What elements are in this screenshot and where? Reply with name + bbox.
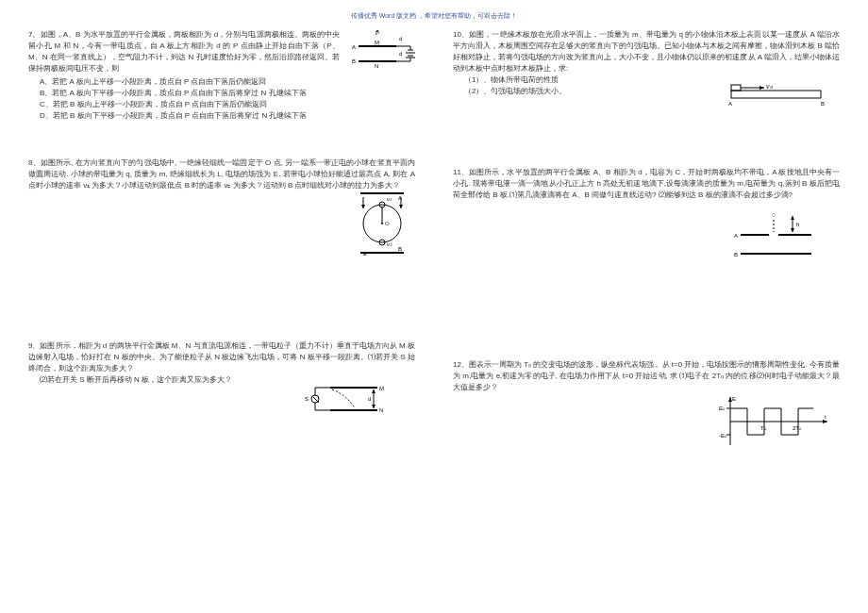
problem-10-text: 10、如图，一绝缘木板放在光滑水平面上，一质量为 m、带电量为 q 的小物体沿木… xyxy=(453,29,840,75)
fig9-M: M xyxy=(379,386,384,391)
fig-7-svg: P M N A B d d xyxy=(349,29,425,76)
problem-7-text: 7、如图，A、B 为水平放置的平行金属板，两板相距为 d，分别与电源两极相连。两… xyxy=(28,29,340,75)
svg-marker-31 xyxy=(372,389,376,393)
svg-marker-45 xyxy=(823,420,827,423)
fig9-d: d xyxy=(368,396,371,402)
fig10-A: A xyxy=(728,101,732,107)
problem-12-body: 图表示一周期为 T₀ 的交变电场的波形，纵坐标代表场强。从 t=0 开始，电场按… xyxy=(453,360,840,391)
problem-7-body: 如图，A、B 为水平放置的平行金属板，两板相距为 d，分别与电源两极相连。两板的… xyxy=(28,30,340,73)
fig-9-svg: S M N d xyxy=(300,382,387,420)
choice-7C: C、若把 B 板向上平移一小段距离，质点自 P 点自由下落后仍能返回 xyxy=(40,99,340,110)
svg-marker-43 xyxy=(791,228,794,232)
page-header: 传播优秀 Word 版文档 ，希望对您有帮助，可双击去除！ xyxy=(28,11,840,22)
fig9-S: S xyxy=(305,396,309,402)
problem-12-num: 12、 xyxy=(453,360,469,369)
fig11-h: h xyxy=(796,222,799,227)
fig12-E0: E₀ xyxy=(719,406,726,411)
problem-7-choices: A、若把 A 板向上平移一小段距离，质点自 P 点自由下落后仍能返回 B、若把 … xyxy=(40,76,340,122)
fig8-A: A xyxy=(398,195,402,201)
choice-7B: B、若把 A 板向下平移一小段距离，质点自 P 点自由下落后将穿过 N 孔继续下… xyxy=(40,88,340,99)
fig-8-svg: A B O E v₁ v₂ xyxy=(349,191,415,257)
fig7-d1: d xyxy=(399,36,402,41)
svg-marker-36 xyxy=(760,86,764,90)
choice-7D: D、若把 B 板向下平移一小段距离，质点自 P 点自由下落后将穿过 N 孔继续下… xyxy=(40,110,340,122)
problem-7-num: 7、 xyxy=(28,30,41,39)
choice-7A: A、若把 A 板向上平移一小段距离，质点自 P 点自由下落后仍能返回 xyxy=(40,76,340,88)
fig-11-svg: ○ h A B xyxy=(726,207,830,263)
fig11-A: A xyxy=(734,233,738,239)
problem-8: 8、如图所示, 在方向竖直向下的匀强电场中, 一绝缘轻细线一端固定于 O 点, … xyxy=(28,157,415,252)
problem-8-num: 8、 xyxy=(28,158,41,167)
problem-8-text: 8、如图所示, 在方向竖直向下的匀强电场中, 一绝缘轻细线一端固定于 O 点, … xyxy=(28,157,415,191)
fig8-v1: v₁ xyxy=(387,196,392,202)
svg-marker-19 xyxy=(361,205,365,208)
fig11-O: ○ xyxy=(772,211,776,218)
fig-7-capacitor: P M N A B d d xyxy=(349,29,425,76)
fig7-B: B xyxy=(352,58,356,64)
problem-11-body: 如图所示，水平放置的两平行金属板 A、B 相距为 d，电容为 C，开始时两极板均… xyxy=(453,168,840,199)
fig8-v2: v₂ xyxy=(387,241,392,247)
problem-9-body: 如图所示，相距为 d 的两块平行金属板 M、N 与直流电源相连，一带电粒子（重力… xyxy=(28,341,415,373)
problem-11-text: 11、如图所示，水平放置的两平行金属板 A、B 相距为 d，电容为 C，开始时两… xyxy=(453,167,840,201)
fig-8-circle: A B O E v₁ v₂ xyxy=(349,191,415,257)
left-column: 7、如图，A、B 为水平放置的平行金属板，两板相距为 d，分别与电源两极相连。两… xyxy=(28,29,415,461)
problem-10: 10、如图，一绝缘木板放在光滑水平面上，一质量为 m、带电量为 q 的小物体沿木… xyxy=(453,29,840,114)
fig-9-plates: S M N d xyxy=(300,382,387,420)
fig7-M: M xyxy=(375,40,379,45)
problem-10-num: 10、 xyxy=(453,30,469,39)
fig7-d2: d xyxy=(399,51,402,57)
fig12-mE0: -E₀ xyxy=(719,433,727,439)
fig-10-svg: v₀ A B xyxy=(726,81,830,108)
svg-rect-34 xyxy=(731,85,741,91)
svg-marker-32 xyxy=(372,405,376,408)
right-column: 10、如图，一绝缘木板放在光滑水平面上，一质量为 m、带电量为 q 的小物体沿木… xyxy=(453,29,840,461)
problem-11: 11、如图所示，水平放置的两平行金属板 A、B 相距为 d，电容为 C，开始时两… xyxy=(453,167,840,271)
fig-11-plates: ○ h A B xyxy=(726,207,830,263)
problem-8-body: 如图所示, 在方向竖直向下的匀强电场中, 一绝缘轻细线一端固定于 O 点, 另一… xyxy=(28,158,415,190)
fig12-2T0: 2T₀ xyxy=(793,425,802,431)
svg-marker-21 xyxy=(399,205,403,208)
svg-marker-42 xyxy=(791,216,794,220)
fig10-B: B xyxy=(821,101,825,107)
svg-line-29 xyxy=(313,397,319,403)
fig7-P: P xyxy=(376,30,379,36)
fig7-A: A xyxy=(352,44,356,50)
fig-12-wave: E E₀ -E₀ T₀ 2T₀ t xyxy=(719,393,832,450)
problem-9: 9、如图所示，相距为 d 的两块平行金属板 M、N 与直流电源相连，一带电粒子（… xyxy=(28,340,415,425)
problem-7: 7、如图，A、B 为水平放置的平行金属板，两板相距为 d，分别与电源两极相连。两… xyxy=(28,29,415,122)
problem-11-num: 11、 xyxy=(453,168,469,176)
fig12-T0: T₀ xyxy=(760,425,767,431)
problem-12: 12、图表示一周期为 T₀ 的交变电场的波形，纵坐标代表场强。从 t=0 开始，… xyxy=(453,359,840,444)
fig8-B: B xyxy=(398,246,402,252)
fig-12-svg: E E₀ -E₀ T₀ 2T₀ t xyxy=(719,393,832,450)
problem-9-text: 9、如图所示，相距为 d 的两块平行金属板 M、N 与直流电源相连，一带电粒子（… xyxy=(28,340,415,374)
fig10-v0: v₀ xyxy=(766,83,774,90)
problem-12-text: 12、图表示一周期为 T₀ 的交变电场的波形，纵坐标代表场强。从 t=0 开始，… xyxy=(453,359,840,393)
fig11-B: B xyxy=(734,252,738,257)
fig8-O: O xyxy=(385,221,390,226)
fig-10-board: v₀ A B xyxy=(726,81,830,108)
fig9-N: N xyxy=(379,407,383,413)
fig12-E: E xyxy=(732,396,736,402)
problem-9-num: 9、 xyxy=(28,341,40,350)
problem-10-body: 如图，一绝缘木板放在光滑水平面上，一质量为 m、带电量为 q 的小物体沿木板上表… xyxy=(453,30,840,73)
column-wrapper: 7、如图，A、B 为水平放置的平行金属板，两板相距为 d，分别与电源两极相连。两… xyxy=(28,29,840,461)
fig7-N: N xyxy=(375,63,378,69)
fig12-t: t xyxy=(825,414,826,420)
svg-rect-33 xyxy=(731,91,821,98)
